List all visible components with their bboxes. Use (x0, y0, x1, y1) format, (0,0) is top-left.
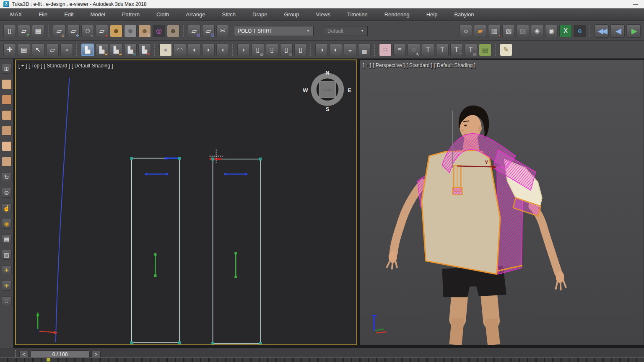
stitch-update-icon[interactable]: ▙↻ (124, 44, 137, 56)
face-ring-icon[interactable]: ◎ (153, 25, 165, 37)
open-file-icon[interactable]: ▱↱ (18, 25, 30, 37)
refresh-view-icon[interactable]: ↻ (2, 172, 12, 182)
fabric-grid-icon[interactable]: ▦ (2, 234, 12, 244)
orbit-tool-icon[interactable]: ◉ (2, 219, 12, 229)
notch-line-blue[interactable] (224, 173, 247, 175)
pattern-move-icon[interactable]: ✚ (3, 44, 16, 56)
load-assets-folder-icon[interactable]: ▱● (96, 25, 108, 37)
notch-line-blue[interactable] (145, 173, 169, 175)
doc-pattern-icon[interactable]: ▯▦ (252, 44, 264, 56)
menu-max[interactable]: MAX (2, 11, 30, 18)
menu-babylon[interactable]: Babylon (446, 11, 482, 18)
import-marker-icon[interactable]: ▱M (188, 25, 200, 37)
right-arm[interactable] (394, 183, 423, 253)
timeline-ruler[interactable] (0, 357, 644, 362)
model-card-icon[interactable]: ☻▯ (138, 25, 151, 37)
stitch-machine-icon[interactable]: ▙ (81, 44, 94, 56)
minimize-button[interactable]: — (631, 1, 641, 7)
pattern-layout-icon[interactable]: ▨ (2, 250, 12, 260)
model-head-side-icon[interactable] (2, 126, 12, 136)
render-options-icon[interactable]: ∷ (2, 296, 12, 306)
perspective-canvas[interactable]: Y (360, 60, 644, 345)
viewport-menu-plus[interactable]: [ + ] (363, 62, 371, 68)
pattern-cutter-icon[interactable]: ✂ (216, 25, 229, 37)
menu-file[interactable]: File (30, 11, 56, 18)
model-gray-icon[interactable]: ☻ (124, 25, 137, 37)
select-cursor-icon[interactable]: ↖ (32, 44, 44, 56)
menu-arrange[interactable]: Arrange (177, 11, 213, 18)
model-head-profile-icon[interactable] (2, 110, 12, 120)
doc-preview-icon[interactable]: ▯◉ (266, 44, 278, 56)
tshirt-back-icon[interactable]: T (436, 44, 449, 56)
model-face-top-icon[interactable] (2, 157, 12, 167)
report-folder-icon[interactable]: ▰ (474, 25, 486, 37)
corner-handle[interactable] (259, 342, 262, 344)
menu-rendering[interactable]: Rendering (376, 11, 418, 18)
stitch-delete-icon[interactable]: ▙✕ (138, 44, 151, 56)
settings-gear-icon[interactable]: ☼ (460, 25, 472, 37)
menu-drape[interactable]: Drape (244, 11, 275, 18)
grain-line-green[interactable] (154, 253, 156, 277)
stitch-open-icon[interactable]: ▙▰ (96, 44, 108, 56)
garment-dropdown[interactable]: POLO T SHIRT ▼ (234, 26, 314, 36)
tshirt-textured-icon[interactable]: T▨ (465, 44, 477, 56)
menu-cloth[interactable]: Cloth (148, 11, 177, 18)
drape-curve-icon[interactable]: ◠ (174, 44, 186, 56)
viewport-menu-plus[interactable]: [ + ] (18, 63, 27, 69)
compass-north[interactable]: N (325, 70, 329, 76)
compass-east[interactable]: E (348, 87, 351, 93)
piece-flip-icon[interactable]: ◑ (315, 44, 328, 56)
menu-help[interactable]: Help (418, 11, 446, 18)
tshirt-front-icon[interactable]: T (422, 44, 434, 56)
viewport-view-label[interactable]: [ Top ] (29, 63, 42, 69)
piece-shade-icon[interactable]: ◒ (344, 44, 356, 56)
top-viewport-canvas[interactable]: TOP N E S W (16, 60, 356, 344)
fabric-roll-icon[interactable]: ▤ (479, 44, 491, 56)
model-face-closeup-icon[interactable] (2, 141, 12, 151)
timeline-position-marker[interactable] (47, 358, 50, 362)
variant-dropdown[interactable]: Default ▼ (324, 26, 368, 36)
excel-export-icon[interactable]: X (559, 25, 572, 37)
menu-timeline[interactable]: Timeline (339, 11, 376, 18)
menu-stitch[interactable]: Stitch (213, 11, 244, 18)
menu-pattern[interactable]: Pattern (114, 11, 148, 18)
pattern-piece-icon[interactable]: ▫ (60, 44, 73, 56)
stitch-fabric-icon[interactable]: ▙▰ (110, 44, 122, 56)
drape-sphere-icon[interactable]: ● (159, 44, 172, 56)
load-pose-folder-icon[interactable]: ▱✛ (67, 25, 80, 37)
viewport-shading-label[interactable]: [ Default Shading ] (434, 62, 475, 68)
pattern-fold-icon[interactable]: ▱ (46, 44, 59, 56)
web-browser-icon[interactable]: e (574, 25, 586, 37)
viewport-top[interactable]: [ + ] [ Top ] [ Standard ] [ Default Sha… (15, 59, 357, 345)
image-attach-icon[interactable]: ▧ (502, 25, 515, 37)
corner-handle[interactable] (259, 158, 262, 160)
compass-west[interactable]: W (303, 87, 308, 93)
compass-south[interactable]: S (326, 106, 330, 112)
snapshot-camera-icon[interactable]: ◉ (545, 25, 558, 37)
drape-fold-3-icon[interactable]: ◗ (237, 44, 250, 56)
garment-polo[interactable] (418, 133, 542, 274)
tshirt-dotted-icon[interactable]: T∷ (450, 44, 463, 56)
menu-views[interactable]: Views (308, 11, 339, 18)
load-model-folder-icon[interactable]: ▱☺ (53, 25, 65, 37)
viewport-shading-label[interactable]: [ Default Shading ] (72, 63, 113, 69)
export-marker-icon[interactable]: ▱M (202, 25, 215, 37)
viewport-renderer-label[interactable]: [ Standard ] (44, 63, 70, 69)
zoom-tool-icon[interactable]: ⊙ (2, 188, 12, 198)
model-head-front-icon[interactable] (2, 79, 12, 89)
viewport-perspective[interactable]: [ + ] [ Perspective ] [ Standard ] [ Def… (360, 59, 644, 345)
spec-list-icon[interactable]: ≡ (393, 44, 406, 56)
pan-tool-icon[interactable]: ☝ (2, 203, 12, 213)
lasso-select-icon[interactable]: ◌↖ (408, 44, 420, 56)
corner-handle[interactable] (211, 158, 214, 160)
light-setup-icon[interactable]: ☀ (2, 265, 12, 275)
left-arm[interactable] (532, 206, 558, 273)
piece-stack-icon[interactable]: ▄ (358, 44, 371, 56)
model-measure-icon[interactable]: ☻ (167, 25, 179, 37)
pattern-table-icon[interactable]: ▤ (18, 44, 30, 56)
pattern-piece-front[interactable] (130, 157, 181, 344)
drape-fold-1-icon[interactable]: ◗ (202, 44, 215, 56)
corner-handle[interactable] (130, 157, 133, 160)
model-male-icon[interactable]: ☻ (110, 25, 122, 37)
corner-handle[interactable] (130, 341, 133, 344)
